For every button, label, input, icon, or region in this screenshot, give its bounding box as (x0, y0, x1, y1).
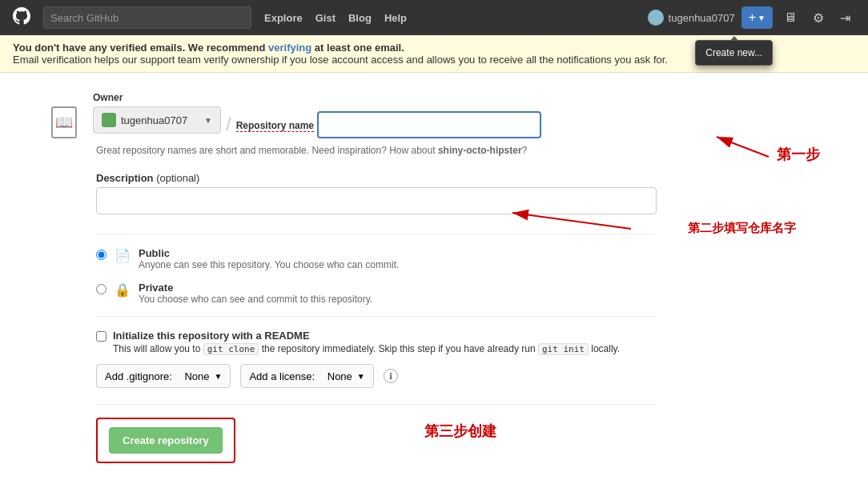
gitignore-caret-icon: ▼ (215, 372, 223, 381)
step2-label: 第二步填写仓库名字 (688, 221, 796, 236)
create-new-button[interactable]: + ▼ (741, 6, 773, 29)
step3-label: 第三步创建 (424, 422, 496, 441)
license-caret-icon: ▼ (357, 372, 365, 381)
git-init-code: git init (538, 343, 589, 355)
public-option: 📄 Public Anyone can see this repository.… (96, 247, 842, 270)
public-label: Public (139, 247, 399, 259)
desc-label: Description (optional) (96, 172, 842, 184)
private-icon: 🔒 (115, 282, 131, 298)
owner-label: Owner (93, 92, 221, 103)
repo-book-icon: 📖 (51, 106, 77, 138)
separator (96, 234, 657, 234)
private-desc: You choose who can see and commit to thi… (139, 294, 372, 305)
owner-chevron-icon: ▼ (204, 116, 212, 125)
verifying-link[interactable]: verifying (268, 42, 311, 54)
separator3 (96, 404, 657, 405)
public-radio[interactable] (96, 250, 106, 260)
create-new-tooltip: Create new... (695, 40, 773, 66)
public-icon: 📄 (115, 247, 131, 263)
signout-button[interactable]: ⇥ (835, 7, 855, 29)
init-desc: This will allow you to git clone the rep… (113, 343, 620, 354)
private-radio[interactable] (96, 284, 106, 294)
private-label: Private (139, 282, 372, 294)
navbar: Explore Gist Blog Help tugenhua0707 + ▼ … (0, 0, 868, 35)
init-label: Initialize this repository with a README (113, 330, 620, 342)
settings-button[interactable]: ⚙ (808, 7, 829, 29)
plus-icon: + (749, 10, 756, 25)
gear-icon: ⚙ (813, 10, 824, 26)
slash-separator: / (226, 113, 231, 138)
step1-label: 第一步 (777, 145, 820, 164)
navbar-right: tugenhua0707 + ▼ Create new... 🖥 ⚙ ⇥ (648, 6, 855, 29)
exit-icon: ⇥ (840, 10, 850, 26)
search-container (43, 6, 251, 29)
create-button-section: Create repository (96, 418, 235, 463)
explore-link[interactable]: Explore (264, 12, 303, 24)
github-logo[interactable] (13, 7, 30, 29)
tv-icon-button[interactable]: 🖥 (779, 7, 802, 28)
gitignore-dropdown[interactable]: Add .gitignore: None▼ (96, 364, 231, 388)
repo-name-label: Repository name (236, 120, 314, 132)
repo-name-input[interactable] (317, 111, 541, 138)
repo-name-section: Repository name (236, 111, 541, 138)
navbar-links: Explore Gist Blog Help (264, 12, 407, 24)
description-input[interactable] (96, 187, 657, 214)
gist-link[interactable]: Gist (315, 12, 336, 24)
tv-icon: 🖥 (784, 10, 797, 25)
public-desc: Anyone can see this repository. You choo… (139, 259, 399, 270)
main-content: 📖 Owner tugenhua0707 ▼ / Repository name… (0, 73, 868, 482)
owner-select[interactable]: tugenhua0707 ▼ (93, 106, 221, 134)
git-clone-code: git clone (203, 343, 259, 355)
search-input[interactable] (43, 6, 251, 29)
owner-avatar (102, 113, 116, 127)
private-option: 🔒 Private You choose who can see and com… (96, 282, 842, 305)
info-icon[interactable]: ℹ (384, 369, 398, 383)
dropdown-row: Add .gitignore: None▼ Add a license: Non… (96, 364, 842, 388)
init-checkbox[interactable] (96, 331, 106, 342)
user-menu[interactable]: tugenhua0707 (648, 10, 735, 26)
banner-main-text: You don't have any verified emails. We r… (13, 42, 404, 54)
init-section: Initialize this repository with a README… (96, 330, 842, 354)
suggestion-text: Great repository names are short and mem… (96, 145, 842, 156)
username: tugenhua0707 (669, 12, 735, 24)
owner-name: tugenhua0707 (121, 114, 187, 126)
suggestion-name: shiny-octo-hipster (438, 145, 522, 156)
user-avatar (648, 10, 664, 26)
owner-section: Owner tugenhua0707 ▼ (93, 92, 221, 134)
license-dropdown[interactable]: Add a license: None▼ (240, 364, 373, 388)
help-link[interactable]: Help (384, 12, 407, 24)
create-repository-button[interactable]: Create repository (109, 427, 223, 454)
separator2 (96, 316, 657, 317)
blog-link[interactable]: Blog (348, 12, 372, 24)
chevron-down-icon: ▼ (757, 14, 766, 22)
